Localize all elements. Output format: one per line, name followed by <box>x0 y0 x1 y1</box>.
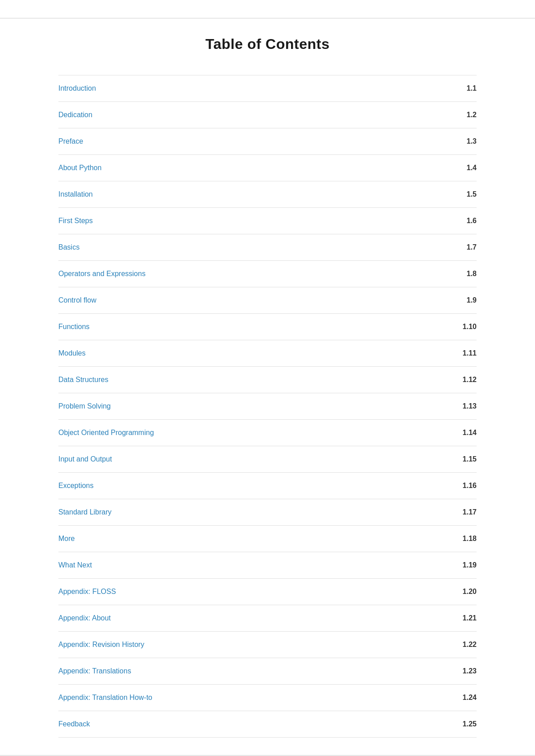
toc-number: 1.3 <box>423 128 477 155</box>
toc-row: About Python1.4 <box>58 155 477 181</box>
toc-link[interactable]: Appendix: Translations <box>58 663 423 680</box>
toc-row: First Steps1.6 <box>58 208 477 234</box>
toc-number: 1.17 <box>423 499 477 526</box>
toc-title-cell: More <box>58 526 423 552</box>
toc-link[interactable]: Modules <box>58 345 423 362</box>
toc-row: Data Structures1.12 <box>58 367 477 393</box>
toc-link[interactable]: Appendix: FLOSS <box>58 583 423 600</box>
toc-row: Modules1.11 <box>58 340 477 367</box>
page-container: Table of Contents Introduction1.1Dedicat… <box>0 0 535 756</box>
page-title: Table of Contents <box>58 36 477 53</box>
toc-title-cell: Data Structures <box>58 367 423 393</box>
toc-link[interactable]: Dedication <box>58 106 423 123</box>
toc-link[interactable]: Appendix: About <box>58 610 423 627</box>
toc-number: 1.18 <box>423 526 477 552</box>
toc-title-cell: Feedback <box>58 711 423 738</box>
toc-number: 1.7 <box>423 234 477 261</box>
toc-row: Introduction1.1 <box>58 75 477 102</box>
toc-link[interactable]: Introduction <box>58 80 423 97</box>
toc-row: More1.18 <box>58 526 477 552</box>
toc-title-cell: Standard Library <box>58 499 423 526</box>
toc-title-cell: Object Oriented Programming <box>58 420 423 446</box>
toc-number: 1.8 <box>423 261 477 287</box>
toc-link[interactable]: Appendix: Revision History <box>58 636 423 653</box>
toc-title-cell: Installation <box>58 181 423 208</box>
toc-title-cell: Functions <box>58 314 423 340</box>
toc-row: Dedication1.2 <box>58 102 477 128</box>
toc-number: 1.13 <box>423 393 477 420</box>
toc-title-cell: Control flow <box>58 287 423 314</box>
toc-title-cell: Problem Solving <box>58 393 423 420</box>
toc-row: Appendix: Translation How-to1.24 <box>58 685 477 711</box>
toc-number: 1.24 <box>423 685 477 711</box>
toc-title-cell: First Steps <box>58 208 423 234</box>
toc-title-cell: Appendix: Translation How-to <box>58 685 423 711</box>
toc-number: 1.9 <box>423 287 477 314</box>
content-area: Table of Contents Introduction1.1Dedicat… <box>0 0 535 756</box>
toc-row: Feedback1.25 <box>58 711 477 738</box>
toc-number: 1.11 <box>423 340 477 367</box>
toc-link[interactable]: What Next <box>58 557 423 574</box>
toc-row: Appendix: Translations1.23 <box>58 658 477 685</box>
toc-link[interactable]: Exceptions <box>58 477 423 494</box>
toc-title-cell: Appendix: Translations <box>58 658 423 685</box>
toc-link[interactable]: Problem Solving <box>58 398 423 415</box>
toc-title-cell: Dedication <box>58 102 423 128</box>
toc-link[interactable]: Functions <box>58 318 423 335</box>
toc-row: Functions1.10 <box>58 314 477 340</box>
toc-title-cell: Appendix: Revision History <box>58 632 423 658</box>
toc-link[interactable]: Input and Output <box>58 451 423 468</box>
toc-number: 1.6 <box>423 208 477 234</box>
toc-row: Exceptions1.16 <box>58 473 477 499</box>
toc-title-cell: Appendix: About <box>58 605 423 632</box>
bottom-rule <box>0 755 535 756</box>
toc-row: Control flow1.9 <box>58 287 477 314</box>
toc-row: What Next1.19 <box>58 552 477 579</box>
toc-number: 1.25 <box>423 711 477 738</box>
top-rule <box>0 18 535 18</box>
toc-link[interactable]: Basics <box>58 239 423 256</box>
toc-number: 1.20 <box>423 579 477 605</box>
toc-row: Standard Library1.17 <box>58 499 477 526</box>
toc-table: Introduction1.1Dedication1.2Preface1.3Ab… <box>58 75 477 738</box>
toc-link[interactable]: Appendix: Translation How-to <box>58 689 423 706</box>
toc-row: Appendix: Revision History1.22 <box>58 632 477 658</box>
toc-number: 1.10 <box>423 314 477 340</box>
toc-link[interactable]: Feedback <box>58 716 423 733</box>
toc-row: Object Oriented Programming1.14 <box>58 420 477 446</box>
toc-row: Basics1.7 <box>58 234 477 261</box>
toc-link[interactable]: Data Structures <box>58 371 423 388</box>
toc-title-cell: Introduction <box>58 75 423 102</box>
toc-title-cell: Input and Output <box>58 446 423 473</box>
toc-number: 1.23 <box>423 658 477 685</box>
toc-number: 1.5 <box>423 181 477 208</box>
toc-link[interactable]: More <box>58 530 423 547</box>
toc-number: 1.19 <box>423 552 477 579</box>
toc-title-cell: What Next <box>58 552 423 579</box>
toc-link[interactable]: Operators and Expressions <box>58 265 423 282</box>
toc-title-cell: Preface <box>58 128 423 155</box>
toc-row: Preface1.3 <box>58 128 477 155</box>
toc-number: 1.16 <box>423 473 477 499</box>
toc-link[interactable]: About Python <box>58 159 423 176</box>
toc-number: 1.1 <box>423 75 477 102</box>
toc-row: Problem Solving1.13 <box>58 393 477 420</box>
toc-number: 1.4 <box>423 155 477 181</box>
toc-number: 1.15 <box>423 446 477 473</box>
toc-row: Input and Output1.15 <box>58 446 477 473</box>
toc-link[interactable]: Object Oriented Programming <box>58 424 423 441</box>
toc-number: 1.21 <box>423 605 477 632</box>
toc-title-cell: Modules <box>58 340 423 367</box>
toc-title-cell: Appendix: FLOSS <box>58 579 423 605</box>
toc-link[interactable]: Preface <box>58 133 423 150</box>
toc-link[interactable]: Standard Library <box>58 504 423 521</box>
toc-link[interactable]: First Steps <box>58 212 423 229</box>
toc-link[interactable]: Installation <box>58 186 423 203</box>
toc-title-cell: Operators and Expressions <box>58 261 423 287</box>
toc-number: 1.22 <box>423 632 477 658</box>
toc-row: Appendix: FLOSS1.20 <box>58 579 477 605</box>
toc-title-cell: Basics <box>58 234 423 261</box>
toc-link[interactable]: Control flow <box>58 292 423 309</box>
toc-number: 1.12 <box>423 367 477 393</box>
toc-number: 1.2 <box>423 102 477 128</box>
